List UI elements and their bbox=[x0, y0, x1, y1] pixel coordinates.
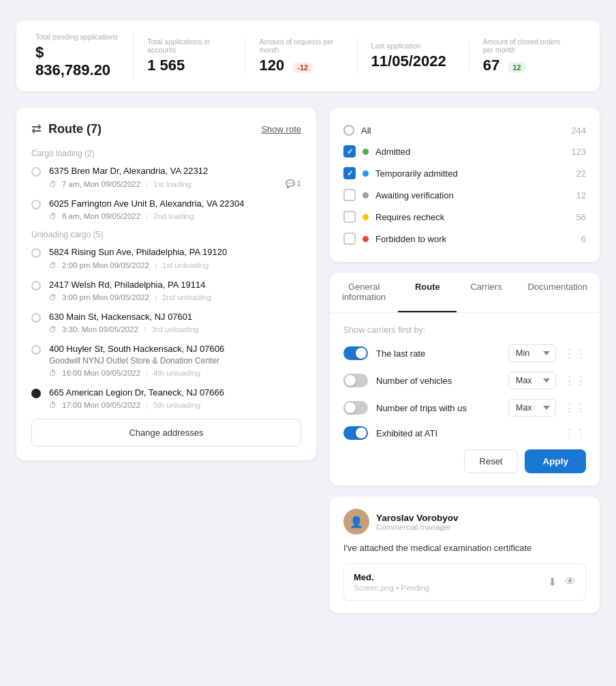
tab-carriers[interactable]: Carriers bbox=[457, 273, 515, 312]
stop-meta-u1: ⏱ 2:00 pm Mon 09/05/2022 | 1st unloading bbox=[49, 261, 301, 269]
filter-label-all: All bbox=[361, 125, 560, 136]
checkbox-forbidden[interactable] bbox=[343, 233, 356, 245]
stat-pending-label: Total pending applications bbox=[35, 33, 119, 41]
drag-handle-ati[interactable]: ⋮⋮ bbox=[564, 427, 586, 440]
stats-bar: Total pending applications $ 836,789.20 … bbox=[16, 20, 600, 91]
sort-actions: Reset Apply bbox=[343, 449, 586, 473]
stat-closed-badge: 12 bbox=[508, 62, 525, 73]
filter-card: All 244 Admitted 123 Temporarily admitte… bbox=[330, 108, 600, 262]
avatar: 👤 bbox=[343, 509, 369, 535]
comment-header: 👤 Yaroslav Vorobyov Commercial manager bbox=[343, 509, 586, 535]
commenter-name: Yaroslav Vorobyov bbox=[376, 513, 459, 523]
drag-handle-vehicles[interactable]: ⋮⋮ bbox=[564, 374, 586, 387]
stat-closed-value: 67 12 bbox=[483, 57, 567, 74]
dot-admitted bbox=[363, 149, 369, 155]
carriers-sort-title: Show carriers first by: bbox=[343, 325, 586, 335]
loading-stop-1: 6375 Bren Mar Dr, Alexandria, VA 22312 ⏱… bbox=[31, 165, 301, 188]
stop-meta-u4: ⏱ 16:00 Mon 09/05/2022 | 4th unloading bbox=[49, 369, 301, 377]
unloading-cargo-label: Unloading cargo (5) bbox=[31, 230, 301, 239]
stop-address-2: 6025 Farrington Ave Unit B, Alexandria, … bbox=[49, 198, 301, 210]
preview-icon[interactable]: 👁 bbox=[565, 576, 576, 588]
filter-count-awaiting: 12 bbox=[567, 190, 586, 200]
checkbox-admitted[interactable] bbox=[343, 145, 356, 158]
stop-address-u3: 630 Main St, Hackensack, NJ 07601 bbox=[49, 311, 301, 323]
stop-info-u2: 2417 Welsh Rd, Philadelphia, PA 19114 ⏱ … bbox=[49, 279, 301, 301]
filter-count-forbidden: 6 bbox=[567, 234, 586, 244]
filter-row-awaiting[interactable]: Awaiting verification 12 bbox=[343, 184, 586, 206]
toggle-ati[interactable] bbox=[343, 426, 368, 440]
filter-count-recheck: 56 bbox=[567, 212, 586, 222]
stop-dot-u2 bbox=[31, 281, 41, 290]
unloading-stop-4: 400 Huyler St, South Hackensack, NJ 0760… bbox=[31, 343, 301, 377]
filter-row-all[interactable]: All 244 bbox=[343, 120, 586, 140]
filter-row-temp-admitted[interactable]: Temporarily admitted 22 bbox=[343, 162, 586, 184]
tabs-row: General information Route Carriers Docum… bbox=[330, 273, 600, 313]
stop-dot-u5 bbox=[31, 389, 41, 398]
sort-select-trips[interactable]: Max Min bbox=[508, 399, 556, 417]
stat-accounts-value: 1 565 bbox=[147, 57, 231, 74]
unloading-stop-1: 5824 Rising Sun Ave, Philadelphia, PA 19… bbox=[31, 246, 301, 269]
toggle-last-rate[interactable] bbox=[343, 346, 368, 360]
download-icon[interactable]: ⬇ bbox=[548, 576, 557, 588]
filter-row-admitted[interactable]: Admitted 123 bbox=[343, 140, 586, 162]
stat-requests-label: Amount of requests per month bbox=[259, 38, 343, 54]
stat-requests-month: Amount of requests per month 120 -12 bbox=[245, 38, 357, 74]
filter-row-forbidden[interactable]: Forbidden to work 6 bbox=[343, 228, 586, 250]
stop-dot-u3 bbox=[31, 313, 41, 323]
stop-seq-u5: 5th unloading bbox=[153, 401, 200, 409]
tab-documentation[interactable]: Documentation bbox=[516, 273, 600, 312]
stop-info-u1: 5824 Rising Sun Ave, Philadelphia, PA 19… bbox=[49, 246, 301, 269]
apply-button[interactable]: Apply bbox=[525, 449, 586, 473]
dot-temp-admitted bbox=[363, 170, 369, 177]
stop-dot-1 bbox=[31, 167, 41, 177]
stop-address-u4: 400 Huyler St, South Hackensack, NJ 0760… bbox=[49, 343, 301, 367]
stop-seq-u4: 4th unloading bbox=[153, 369, 200, 377]
stat-last-application: Last application 11/05/2022 bbox=[358, 42, 469, 70]
checkbox-awaiting[interactable] bbox=[343, 189, 356, 201]
stat-pending-applications: Total pending applications $ 836,789.20 bbox=[35, 33, 134, 79]
tab-general[interactable]: General information bbox=[330, 273, 398, 312]
sort-select-vehicles[interactable]: Max Min bbox=[508, 372, 556, 389]
stat-requests-value: 120 -12 bbox=[259, 57, 343, 74]
clock-icon-u4: ⏱ bbox=[49, 369, 57, 377]
sort-label-ati: Exhibited at ATI bbox=[376, 428, 462, 438]
route-title-group: ⇄ Route (7) bbox=[31, 121, 102, 136]
loading-stop-2: 6025 Farrington Ave Unit B, Alexandria, … bbox=[31, 198, 301, 220]
unloading-stop-2: 2417 Welsh Rd, Philadelphia, PA 19114 ⏱ … bbox=[31, 279, 301, 301]
show-route-button[interactable]: Show rote bbox=[261, 124, 301, 134]
stop-info-u3: 630 Main St, Hackensack, NJ 07601 ⏱ 3:30… bbox=[49, 311, 301, 333]
toggle-trips[interactable] bbox=[343, 401, 368, 415]
stat-total-accounts: Total applications in accounts 1 565 bbox=[134, 38, 245, 74]
attachment-box: Med. Screen.png • Pending ⬇ 👁 bbox=[343, 563, 586, 601]
sort-row-trips: Number of trips with us Max Min ⋮⋮ bbox=[343, 399, 586, 417]
sort-select-last-rate[interactable]: Min Max bbox=[508, 344, 556, 362]
clock-icon-u2: ⏱ bbox=[49, 293, 57, 301]
main-content: ⇄ Route (7) Show rote Cargo loading (2) … bbox=[16, 108, 600, 613]
stop-info-u5: 665 American Legion Dr, Teaneck, NJ 0766… bbox=[49, 387, 301, 409]
commenter-role: Commercial manager bbox=[376, 523, 459, 531]
stop-info-1: 6375 Bren Mar Dr, Alexandria, VA 22312 ⏱… bbox=[49, 165, 301, 188]
unloading-stop-3: 630 Main St, Hackensack, NJ 07601 ⏱ 3:30… bbox=[31, 311, 301, 333]
stat-last-app-value: 11/05/2022 bbox=[371, 53, 455, 70]
reset-button[interactable]: Reset bbox=[464, 449, 519, 473]
dot-forbidden bbox=[363, 236, 369, 242]
comment-badge-1: 💬 1 bbox=[286, 179, 301, 188]
stop-seq-u3: 3rd unloading bbox=[151, 325, 199, 333]
drag-handle-trips[interactable]: ⋮⋮ bbox=[564, 402, 586, 415]
filter-row-recheck[interactable]: Requires recheck 56 bbox=[343, 206, 586, 228]
filter-label-forbidden: Forbidden to work bbox=[375, 234, 560, 244]
change-addresses-button[interactable]: Change addresses bbox=[31, 419, 301, 447]
toggle-vehicles[interactable] bbox=[343, 374, 368, 387]
route-card: ⇄ Route (7) Show rote Cargo loading (2) … bbox=[16, 108, 316, 460]
tab-route[interactable]: Route bbox=[398, 273, 457, 312]
stop-seq-u1: 1st unloading bbox=[162, 261, 209, 269]
filter-count-admitted: 123 bbox=[567, 147, 586, 157]
filter-label-recheck: Requires recheck bbox=[375, 212, 560, 222]
radio-all[interactable] bbox=[343, 125, 354, 136]
drag-handle-last-rate[interactable]: ⋮⋮ bbox=[564, 347, 586, 360]
checkbox-temp-admitted[interactable] bbox=[343, 167, 356, 179]
checkbox-recheck[interactable] bbox=[343, 211, 356, 223]
clock-icon-u5: ⏱ bbox=[49, 401, 57, 409]
tabs-card: General information Route Carriers Docum… bbox=[330, 273, 600, 486]
attachment-meta: Screen.png • Pending bbox=[354, 584, 548, 592]
